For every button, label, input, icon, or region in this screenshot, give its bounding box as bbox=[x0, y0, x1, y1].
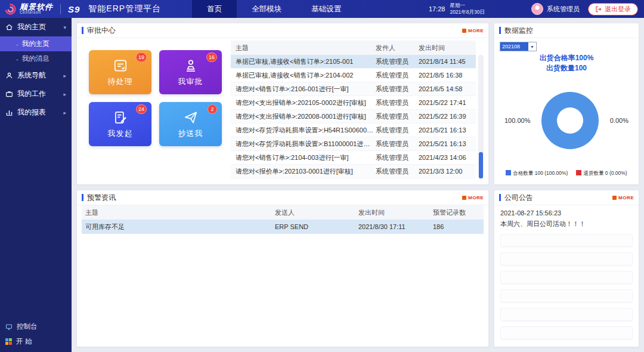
tile-label: 待处理 bbox=[108, 76, 133, 87]
announcements-panel: 公司公告 MORE 2021-08-27 15:56:23 本周六、周日公司活动… bbox=[494, 190, 639, 347]
date-box: 星期一 2021年8月30日 bbox=[450, 2, 485, 16]
alerts-panel: 预警资讯 MORE 主题 发送人 发出时间 预警记录数 可用库存不足 ERP S… bbox=[76, 190, 489, 347]
period-value: 202108 bbox=[500, 42, 528, 51]
sender-cell: 系统管理员 bbox=[376, 126, 419, 135]
subject-cell: 请您对<存货浮动耗损率设置>:B11000001进行[审核] bbox=[231, 140, 376, 149]
data-monitor-panel: 数据监控 202108 ▼ 出货合格率100% 出货数量100 100.00% … bbox=[494, 23, 639, 185]
legend-swatch-blue bbox=[506, 170, 511, 175]
announcements-body: 2021-08-27 15:56:23 本周六、周日公司活动！！！ bbox=[494, 205, 639, 347]
announcement-empty-row bbox=[500, 289, 633, 302]
legend-label: 合格数量 100 (100.00%) bbox=[513, 170, 568, 176]
table-row[interactable]: 请您对<支出报销单>:202105-0002进行[审核] 系统管理员 2021/… bbox=[231, 96, 476, 110]
tile-label: 我发起 bbox=[108, 128, 133, 139]
start-button[interactable]: 开 始 bbox=[0, 334, 72, 349]
announcement-empty-row bbox=[500, 326, 633, 339]
tile-label: 抄送我 bbox=[178, 128, 203, 139]
sidebar-item-my-home[interactable]: 我的主页 ▾ bbox=[0, 18, 72, 36]
table-row[interactable]: 可用库存不足 ERP SEND 2021/8/30 17:11 186 bbox=[82, 220, 484, 234]
announcement-time: 2021-08-27 15:56:23 bbox=[500, 209, 633, 217]
edit-document-icon bbox=[113, 110, 128, 125]
table-row[interactable]: 请您对<存货浮动耗损率设置>:H54R1S006002进行[审核] 系统管理员 … bbox=[231, 123, 476, 137]
table-row[interactable]: 请您对<存货浮动耗损率设置>:B11000001进行[审核] 系统管理员 202… bbox=[231, 137, 476, 151]
sender-cell: ERP SEND bbox=[275, 223, 358, 230]
sidebar-item-label: 我的报表 bbox=[17, 107, 46, 118]
table-row[interactable]: 请您对<销售订单>:2104-003进行[一审] 系统管理员 2021/4/23… bbox=[231, 151, 476, 165]
shipment-count-text: 出货数量100 bbox=[500, 63, 633, 73]
approval-more-link[interactable]: MORE bbox=[462, 28, 484, 33]
donut-chart-area: 100.00% 0.00% bbox=[500, 73, 633, 168]
console-label: 控制台 bbox=[17, 322, 38, 331]
announcement-empty-row bbox=[500, 271, 633, 284]
sidebar-item-label: 我的工作 bbox=[17, 89, 46, 99]
scrollbar-thumb[interactable] bbox=[479, 152, 483, 178]
time-cell: 2021/8/30 17:11 bbox=[358, 223, 433, 230]
donut-left-label: 100.00% bbox=[504, 117, 530, 124]
table-row[interactable]: 单据已审核,请接收<销售订单>:2105-001 系统管理员 2021/8/14… bbox=[231, 55, 476, 69]
panel-header: 公司公告 MORE bbox=[494, 190, 639, 205]
approval-body: 待处理 19 我审批 16 我发起 24 bbox=[77, 38, 488, 184]
legend-item-qualified: 合格数量 100 (100.00%) bbox=[506, 170, 568, 177]
date: 2021年8月30日 bbox=[450, 9, 485, 16]
table-header-row: 主题 发送人 发出时间 预警记录数 bbox=[82, 205, 484, 220]
tile-initiated-by-me[interactable]: 我发起 24 bbox=[89, 102, 151, 146]
panel-header: 预警资讯 MORE bbox=[77, 190, 488, 205]
stamp-icon bbox=[183, 58, 199, 73]
nav-home[interactable]: 首页 bbox=[192, 0, 237, 18]
table-row[interactable]: 单据已审核,请接收<销售订单>:2104-002 系统管理员 2021/8/5 … bbox=[231, 69, 476, 82]
subject-cell: 请您对<支出报销单>:202008-0001进行[审核] bbox=[231, 112, 376, 121]
console-button[interactable]: 控制台 bbox=[0, 319, 72, 334]
legend-label: 退货数量 0 (0.00%) bbox=[583, 170, 627, 176]
table-scrollbar[interactable] bbox=[478, 55, 484, 180]
time-cell: 2021/5/21 16:13 bbox=[419, 126, 476, 134]
sender-cell: 系统管理员 bbox=[376, 153, 419, 162]
sidebar-item-label: 我的主页 bbox=[17, 22, 46, 32]
sidebar-subitem-my-messages[interactable]: 我的消息 bbox=[0, 51, 72, 66]
sender-cell: 系统管理员 bbox=[376, 140, 419, 149]
table-row[interactable]: 请您对<销售订单>:2106-001进行[一审] 系统管理员 2021/6/5 … bbox=[231, 82, 476, 96]
count-cell: 186 bbox=[433, 223, 484, 230]
clock: 17:28 bbox=[429, 5, 445, 13]
tile-cc-to-me[interactable]: 抄送我 2 bbox=[159, 102, 222, 146]
monitor-icon bbox=[5, 323, 13, 331]
home-icon bbox=[5, 23, 13, 31]
announcements-more-link[interactable]: MORE bbox=[612, 195, 634, 200]
paper-plane-icon bbox=[183, 110, 199, 125]
approval-table: 主题 发件人 发出时间 单据已审核,请接收<销售订单>:2105-001 系统管… bbox=[231, 41, 484, 180]
sidebar-item-my-reports[interactable]: 我的报表 ▸ bbox=[0, 103, 72, 122]
subject-cell: 请您对<销售订单>:2104-003进行[一审] bbox=[231, 153, 376, 162]
company-logo-icon bbox=[4, 3, 17, 16]
brand-text: 顺景软件 Centersoft bbox=[20, 3, 53, 15]
panel-header: 审批中心 MORE bbox=[77, 23, 488, 38]
subject-cell: 请您对<报价单>:202103-0001进行[审核] bbox=[231, 167, 376, 176]
nav-all-modules[interactable]: 全部模块 bbox=[237, 0, 296, 18]
weekday: 星期一 bbox=[450, 2, 485, 9]
period-select[interactable]: 202108 ▼ bbox=[500, 42, 537, 51]
table-row[interactable]: 请您对<报价单>:202103-0001进行[审核] 系统管理员 2021/3/… bbox=[231, 165, 476, 178]
subject-cell: 可用库存不足 bbox=[82, 223, 275, 231]
brand-divider bbox=[60, 4, 61, 14]
tile-pending[interactable]: 待处理 19 bbox=[89, 50, 151, 94]
subject-cell: 单据已审核,请接收<销售订单>:2104-002 bbox=[231, 71, 376, 80]
logout-label: 退出登录 bbox=[605, 5, 631, 14]
sender-cell: 系统管理员 bbox=[376, 85, 419, 94]
announcement-text[interactable]: 本周六、周日公司活动！！！ bbox=[500, 220, 633, 229]
sidebar-item-my-work[interactable]: 我的工作 ▸ bbox=[0, 85, 72, 103]
start-label: 开 始 bbox=[16, 337, 32, 346]
panel-title: 预警资讯 bbox=[82, 194, 116, 201]
tile-my-approvals[interactable]: 我审批 16 bbox=[159, 50, 222, 94]
main-content: 审批中心 MORE 待处理 19 我审批 16 bbox=[72, 18, 644, 352]
sidebar-item-system-nav[interactable]: 系统导航 ▸ bbox=[0, 66, 72, 85]
table-header-row: 主题 发件人 发出时间 bbox=[231, 41, 476, 55]
chevron-down-icon: ▼ bbox=[528, 45, 536, 49]
alerts-table: 主题 发送人 发出时间 预警记录数 可用库存不足 ERP SEND 2021/8… bbox=[77, 205, 488, 234]
time-cell: 2021/8/5 16:38 bbox=[419, 72, 476, 79]
time-cell: 2021/3/3 12:00 bbox=[419, 168, 476, 175]
nav-basic-settings[interactable]: 基础设置 bbox=[296, 0, 356, 18]
initiated-badge: 24 bbox=[136, 104, 147, 114]
sender-cell: 系统管理员 bbox=[376, 98, 419, 107]
table-row[interactable]: 请您对<支出报销单>:202008-0001进行[审核] 系统管理员 2021/… bbox=[231, 110, 476, 123]
alerts-more-link[interactable]: MORE bbox=[462, 195, 484, 200]
sidebar-subitem-my-home[interactable]: 我的主页 bbox=[0, 36, 72, 51]
user-avatar[interactable] bbox=[531, 3, 543, 15]
logout-button[interactable]: 退出登录 bbox=[588, 3, 638, 16]
